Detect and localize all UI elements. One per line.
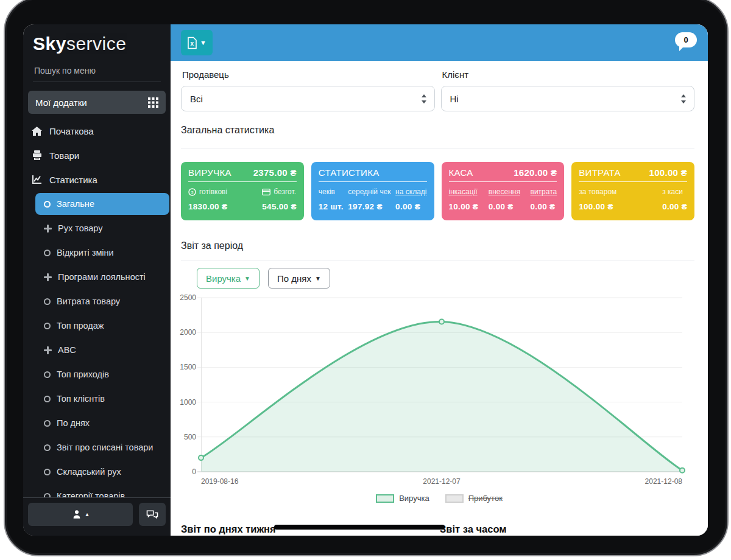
legend-swatch-gray — [445, 494, 464, 503]
card-title: ВИТРАТА — [579, 167, 621, 178]
sidebar-subitem-label: Рух товару — [58, 223, 103, 233]
expense-link[interactable]: витрата — [531, 187, 557, 196]
grid-icon — [148, 97, 158, 108]
period-section-title: Звіт за період — [181, 240, 243, 251]
chart-y-axis: 05001000150020002500 — [171, 298, 196, 472]
updown-arrows-icon — [421, 94, 427, 103]
y-tick: 1500 — [180, 363, 196, 371]
stat-card-revenue: ВИРУЧКА 2375.00 ₴ s готівкові 1830.00 ₴ — [181, 162, 304, 220]
sidebar-subitem-top-prykhodiv[interactable]: Топ приходів — [35, 362, 169, 387]
card-total: 100.00 ₴ — [649, 167, 687, 178]
sidebar-subitem-loyalty[interactable]: Програми лояльності — [35, 265, 169, 289]
main-content: x ▼ 0 Продавець Всі Клієнт Ні — [171, 24, 708, 536]
y-tick: 500 — [184, 433, 196, 441]
app-screen: Skyservice Пошук по меню Мої додатки Поч… — [23, 24, 708, 536]
caret-down-icon: ▼ — [244, 275, 250, 282]
menu-search-input[interactable]: Пошук по меню — [33, 62, 161, 82]
card-col-value: 0.00 ₴ — [395, 202, 426, 211]
sidebar-subitem-top-klientiv[interactable]: Топ клієнтів — [35, 387, 169, 411]
sidebar-item-goods[interactable]: Товари — [23, 143, 171, 167]
user-menu-button[interactable]: ▴ — [28, 503, 133, 526]
badge-count: 0 — [683, 35, 688, 44]
sidebar-subitem-label: Програми лояльності — [58, 272, 146, 282]
plus-icon — [44, 346, 52, 354]
home-indicator[interactable] — [274, 525, 445, 530]
sidebar-subitem-skladskyi-rukh[interactable]: Складський рух — [35, 460, 169, 484]
y-tick: 0 — [192, 467, 196, 476]
collections-link[interactable]: інкасації — [449, 187, 479, 196]
y-tick: 1000 — [180, 398, 196, 407]
circle-icon — [44, 396, 51, 402]
metric-dropdown-button[interactable]: Виручка ▼ — [197, 268, 260, 289]
my-apps-button[interactable]: Мої додатки — [28, 91, 166, 114]
legend-swatch-green — [376, 494, 394, 503]
caret-down-icon: ▼ — [315, 275, 321, 282]
notifications-bubble[interactable]: 0 — [675, 32, 697, 47]
sidebar-footer: ▴ — [23, 497, 171, 536]
home-icon — [32, 127, 42, 136]
logo-bold: Sky — [33, 33, 66, 54]
metric-dropdown-label: Виручка — [206, 273, 241, 284]
client-select-value: Ні — [450, 94, 459, 104]
grouping-dropdown-button[interactable]: По днях ▼ — [268, 268, 330, 289]
stat-card-statistics: СТАТИСТИКА чеків 12 шт. середній чек 197… — [311, 162, 434, 220]
sidebar-subitem-label: Топ приходів — [57, 369, 109, 379]
svg-text:s: s — [191, 189, 194, 195]
chart-line-icon — [32, 175, 42, 184]
sidebar-subitem-abc[interactable]: ABC — [35, 338, 169, 362]
seller-label: Продавець — [182, 69, 435, 80]
sidebar-subitem-po-dniakh[interactable]: По днях — [35, 411, 169, 435]
circle-icon — [44, 201, 51, 208]
sidebar-subitem-rukh-tovaru[interactable]: Рух товару — [35, 216, 169, 240]
sidebar-item-label: Товари — [49, 150, 79, 161]
sidebar-subitem-label: По днях — [57, 418, 90, 428]
card-col-value: 197.92 ₴ — [348, 202, 390, 211]
sidebar-subitem-label: Відкриті зміни — [57, 248, 114, 257]
y-tick: 2000 — [180, 328, 196, 337]
weekdays-section-title: Звіт по днях тижня — [181, 523, 276, 535]
period-chart-canvas — [201, 298, 682, 472]
card-col-value: 545.00 ₴ — [262, 202, 296, 211]
card-col-label: чеків — [319, 187, 344, 196]
sidebar-subitem-spysani-tovary[interactable]: Звіт про списані товари — [35, 435, 169, 460]
sidebar-subitem-vytrata-tovaru[interactable]: Витрата товару — [35, 289, 169, 313]
card-title: ВИРУЧКА — [188, 167, 231, 178]
sidebar-subitem-zagalne[interactable]: Загальне — [35, 193, 169, 215]
chat-button[interactable] — [139, 503, 166, 526]
updown-arrows-icon — [680, 94, 687, 103]
sidebar-item-home[interactable]: Початкова — [23, 119, 171, 143]
seller-select[interactable]: Всі — [181, 86, 435, 111]
legend-item-revenue[interactable]: Виручка — [376, 494, 429, 503]
sidebar-subitem-label: Топ продаж — [57, 321, 104, 331]
client-select[interactable]: Ні — [441, 86, 695, 111]
card-col-value: 1830.00 ₴ — [188, 202, 227, 211]
export-excel-button[interactable]: x ▼ — [181, 30, 213, 55]
card-col-label: з каси — [662, 187, 687, 196]
legend-label: Виручка — [399, 494, 429, 503]
warehouse-link[interactable]: на складі — [395, 187, 426, 196]
sidebar-item-label: Початкова — [49, 126, 94, 136]
circle-icon — [44, 420, 51, 427]
chart-controls: Виручка ▼ По днях ▼ — [197, 268, 330, 289]
sidebar-item-statistics[interactable]: Статистика — [23, 167, 171, 192]
client-label: Клієнт — [442, 69, 695, 80]
sidebar-subitem-label: Витрата товару — [57, 296, 120, 306]
seller-filter: Продавець Всі — [181, 68, 435, 111]
circle-icon — [44, 323, 51, 329]
hours-section-title: Звіт за часом — [440, 523, 506, 535]
seller-select-value: Всі — [190, 94, 203, 104]
sidebar-subitem-top-prodazh[interactable]: Топ продаж — [35, 313, 169, 338]
top-bar: x ▼ 0 — [171, 24, 708, 61]
sidebar-item-label: Статистика — [49, 175, 97, 185]
sidebar-subitem-vidkryti-zminy[interactable]: Відкриті зміни — [35, 240, 169, 265]
legend-item-profit[interactable]: Прибуток — [445, 494, 503, 503]
sidebar-subitem-label: Топ клієнтів — [57, 394, 105, 404]
stat-card-cash: КАСА 1620.00 ₴ інкасації 10.00 ₴ внесенн… — [442, 162, 565, 220]
card-col-value: 0.00 ₴ — [489, 202, 520, 211]
caret-down-icon: ▼ — [200, 39, 207, 46]
x-tick: 2021-12-08 — [645, 477, 682, 486]
client-filter: Клієнт Ні — [441, 68, 695, 111]
stats-section-title: Загальна статистика — [181, 125, 274, 136]
deposits-link[interactable]: внесення — [489, 187, 520, 196]
card-col-value: 12 шт. — [319, 202, 344, 211]
